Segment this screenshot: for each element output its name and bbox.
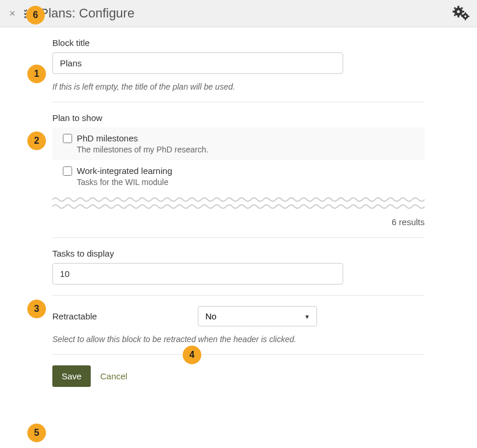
plan-checkbox[interactable]: [63, 166, 72, 176]
plan-option: PhD milestones The milestones of my PhD …: [52, 127, 425, 160]
wavy-divider: [52, 196, 425, 212]
divider: [52, 295, 425, 296]
annotation-badge-5: 5: [27, 424, 46, 442]
svg-rect-18: [468, 16, 469, 17]
plan-option-title: PhD milestones: [77, 133, 138, 143]
dialog-title: Plans: Configure: [40, 6, 135, 21]
plan-option: Work-integrated learning Tasks for the W…: [52, 160, 425, 193]
svg-point-4: [457, 10, 460, 13]
plan-to-show-label: Plan to show: [52, 113, 425, 123]
annotation-badge-1: 1: [27, 65, 46, 83]
svg-rect-16: [465, 19, 466, 20]
plan-option-desc: Tasks for the WIL module: [77, 177, 414, 187]
tasks-to-display-input[interactable]: [52, 263, 343, 285]
cancel-link[interactable]: Cancel: [100, 371, 127, 381]
plan-checkbox[interactable]: [63, 134, 72, 143]
annotation-badge-2: 2: [27, 131, 46, 150]
plan-option-title: Work-integrated learning: [77, 166, 172, 176]
gears-icon[interactable]: [453, 6, 470, 21]
results-count: 6 results: [52, 217, 425, 227]
svg-rect-15: [465, 12, 466, 14]
plan-option-desc: The milestones of my PhD research.: [77, 145, 414, 154]
divider: [52, 102, 425, 102]
svg-point-14: [464, 15, 467, 17]
annotation-badge-6: 6: [26, 6, 45, 24]
dialog-content: Block title If this is left empty, the t…: [0, 27, 477, 399]
retractable-label: Retractable: [52, 311, 186, 321]
annotation-badge-3: 3: [27, 300, 46, 318]
svg-rect-7: [453, 11, 455, 13]
tasks-to-display-label: Tasks to display: [52, 248, 425, 258]
svg-rect-8: [462, 11, 464, 13]
svg-rect-5: [458, 6, 460, 8]
block-title-help: If this is left empty, the title of the …: [52, 82, 425, 91]
retractable-select[interactable]: No: [198, 306, 317, 326]
divider: [52, 237, 425, 238]
block-title-input[interactable]: [52, 52, 343, 74]
annotation-badge-4: 4: [183, 346, 201, 364]
svg-rect-6: [458, 15, 460, 17]
dialog-header: × Plans: Configure: [0, 0, 477, 27]
divider: [52, 354, 425, 355]
close-icon[interactable]: ×: [7, 8, 18, 20]
block-title-label: Block title: [52, 38, 425, 48]
svg-rect-17: [461, 16, 463, 17]
save-button[interactable]: Save: [52, 365, 91, 387]
retractable-help: Select to allow this block to be retract…: [52, 335, 425, 344]
